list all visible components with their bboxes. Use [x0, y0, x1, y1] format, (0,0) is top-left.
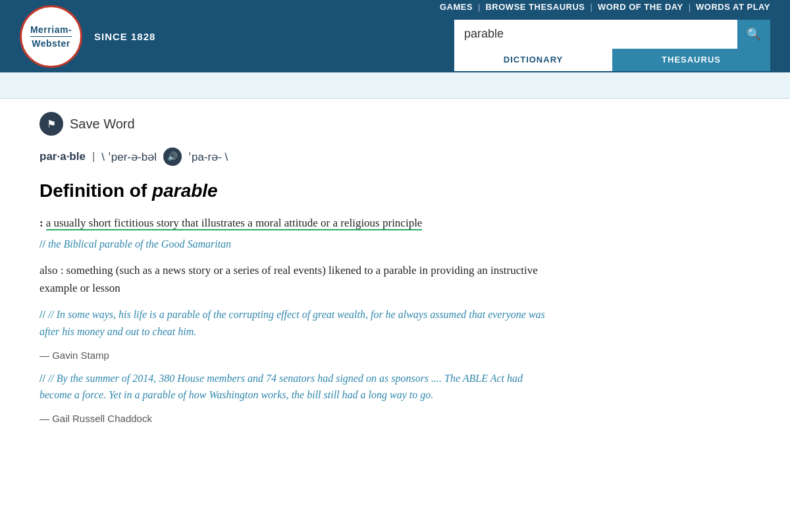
word-syllables: par·a·ble [40, 150, 86, 163]
example3-word: parable [143, 389, 176, 400]
header: Merriam- Webster SINCE 1828 GAMES | BROW… [0, 0, 790, 72]
example2-prefix: // In some ways, his life is a [48, 309, 167, 320]
nav-games[interactable]: GAMES [440, 2, 473, 12]
primary-definition-text: a usually short fictitious story that il… [46, 217, 423, 230]
nav-sep-2: | [590, 2, 592, 12]
heading-word: parable [152, 180, 218, 201]
example-sentence-3: // // By the summer of 2014, 380 House m… [40, 370, 553, 404]
tabs-row: DICTIONARY THESAURUS [454, 49, 770, 71]
audio-button[interactable]: 🔊 [163, 147, 182, 166]
save-word-label[interactable]: Save Word [70, 117, 135, 132]
nav-sep-3: | [689, 2, 691, 12]
example1-text: the Biblical parable of the Good Samarit… [48, 238, 231, 250]
heading-prefix: Definition of [40, 180, 152, 201]
also-definition: also : something (such as a news story o… [40, 261, 553, 297]
pron-sep: | [92, 150, 95, 163]
logo[interactable]: Merriam- Webster [20, 5, 82, 68]
definition-heading: Definition of parable [40, 180, 553, 201]
search-box-row: 🔍 [454, 20, 770, 49]
example3-suffix: of how Washington works, the bill still … [175, 389, 433, 400]
nav-sep-1: | [478, 2, 480, 12]
search-tabs-area: 🔍 DICTIONARY THESAURUS [454, 20, 770, 71]
logo-webster: Webster [32, 38, 70, 49]
search-nav-area: GAMES | BROWSE THESAURUS | WORD OF THE D… [175, 2, 770, 71]
tab-thesaurus[interactable]: THESAURUS [612, 49, 770, 71]
save-word-row: ⚑ Save Word [40, 112, 553, 136]
example-sentence-2: // // In some ways, his life is a parabl… [40, 306, 553, 340]
example2-word: parable [167, 309, 200, 320]
definition-colon: : [40, 217, 43, 229]
attribution-3: — Gail Russell Chaddock [40, 413, 553, 424]
double-slash-1: // [40, 238, 48, 250]
logo-divider [30, 36, 71, 37]
speaker-icon: 🔊 [167, 151, 178, 162]
top-nav: GAMES | BROWSE THESAURUS | WORD OF THE D… [440, 2, 770, 12]
example-sentence-1: // the Biblical parable of the Good Sama… [40, 236, 553, 253]
pronunciation2: ˈpa-rə- \ [188, 150, 228, 164]
double-slash-3: // [40, 373, 48, 384]
search-icon: 🔍 [747, 27, 761, 41]
attribution-2: — Gavin Stamp [40, 350, 553, 361]
pronunciation-row: par·a·ble | \ ˈper-ə-bəl 🔊 ˈpa-rə- \ [40, 147, 553, 166]
nav-word-of-day[interactable]: WORD OF THE DAY [598, 2, 683, 12]
nav-words-at-play[interactable]: WORDS AT PLAY [696, 2, 770, 12]
search-input[interactable] [454, 20, 737, 49]
since-text: SINCE 1828 [94, 31, 155, 42]
also-definition-text: also : something (such as a news story o… [40, 264, 538, 294]
primary-definition: :a usually short fictitious story that i… [40, 215, 553, 232]
nav-browse-thesaurus[interactable]: BROWSE THESAURUS [485, 2, 585, 12]
pronunciation1: \ ˈper-ə-bəl [101, 150, 157, 164]
double-slash-2: // [40, 309, 48, 320]
search-button[interactable]: 🔍 [737, 20, 770, 49]
sub-header [0, 72, 790, 99]
bookmark-symbol: ⚑ [47, 118, 56, 130]
tab-dictionary[interactable]: DICTIONARY [454, 49, 612, 71]
bookmark-icon[interactable]: ⚑ [40, 112, 63, 136]
logo-merriam: Merriam- [30, 24, 72, 35]
main-content: ⚑ Save Word par·a·ble | \ ˈper-ə-bəl 🔊 ˈ… [0, 99, 592, 460]
